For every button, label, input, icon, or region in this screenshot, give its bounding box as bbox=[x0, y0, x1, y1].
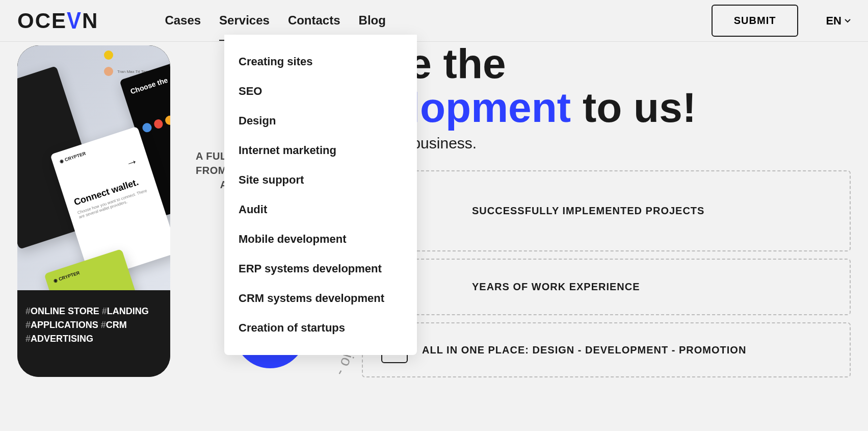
avatar-item bbox=[104, 50, 149, 60]
avatar-list: Tran Max Tri Tam bbox=[104, 50, 149, 76]
dropdown-audit[interactable]: Audit bbox=[224, 195, 417, 224]
stat-experience: YEARS OF WORK EXPERIENCE bbox=[362, 259, 851, 315]
dropdown-design[interactable]: Design bbox=[224, 106, 417, 136]
showcase-card: Tran Max Tri Tam Choose the ◉ CRYPTER → … bbox=[17, 45, 170, 377]
dropdown-erp[interactable]: ERP systems development bbox=[224, 254, 417, 284]
hero-title: ave the velopment to us! bbox=[362, 42, 851, 130]
logo-v: V bbox=[67, 7, 82, 34]
dropdown-creating-sites[interactable]: Creating sites bbox=[224, 47, 417, 77]
color-dots bbox=[141, 107, 170, 134]
stat-projects: 0+ SUCCESSFULLY IMPLEMENTED PROJECTS bbox=[362, 170, 851, 251]
chevron-down-icon bbox=[845, 19, 851, 23]
services-dropdown: Creating sites SEO Design Internet marke… bbox=[224, 35, 417, 355]
hashtags: #ONLINE STORE #LANDING #APPLICATIONS #CR… bbox=[25, 305, 162, 346]
dropdown-site-support[interactable]: Site support bbox=[224, 165, 417, 195]
crypter-label: ◉ CRYPTER bbox=[59, 151, 87, 164]
stat-label: YEARS OF WORK EXPERIENCE bbox=[472, 281, 640, 293]
dropdown-startups[interactable]: Creation of startups bbox=[224, 313, 417, 343]
color-dot bbox=[141, 122, 152, 134]
color-dot bbox=[153, 118, 164, 130]
avatar-icon bbox=[104, 67, 113, 76]
submit-button[interactable]: SUBMIT bbox=[712, 5, 799, 37]
logo-part1: OCE bbox=[17, 9, 67, 33]
hashtag-panel: #ONLINE STORE #LANDING #APPLICATIONS #CR… bbox=[17, 290, 170, 377]
dropdown-crm[interactable]: CRM systems development bbox=[224, 284, 417, 313]
crypter-label: ◉ CRYPTER bbox=[53, 270, 81, 284]
arrow-icon: → bbox=[124, 154, 140, 171]
avatar-icon bbox=[104, 50, 113, 60]
stats-section: 0+ SUCCESSFULLY IMPLEMENTED PROJECTS YEA… bbox=[362, 170, 851, 377]
dropdown-mobile-dev[interactable]: Mobile development bbox=[224, 224, 417, 254]
stat-allinone: ALL IN ONE PLACE: DESIGN - DEVELOPMENT -… bbox=[362, 322, 851, 377]
content-area: Tran Max Tri Tam Choose the ◉ CRYPTER → … bbox=[0, 42, 868, 377]
nav-cases[interactable]: Cases bbox=[165, 1, 201, 41]
header: OCEVN Cases Services Contacts Blog SUBMI… bbox=[0, 0, 868, 42]
logo[interactable]: OCEVN bbox=[17, 9, 98, 33]
stat-label: SUCCESSFULLY IMPLEMENTED PROJECTS bbox=[472, 205, 704, 217]
language-label: EN bbox=[826, 14, 841, 28]
choose-label: Choose the bbox=[129, 76, 169, 96]
dropdown-seo[interactable]: SEO bbox=[224, 77, 417, 106]
hero-subtitle: can do business. bbox=[362, 135, 851, 152]
showcase-image: Tran Max Tri Tam Choose the ◉ CRYPTER → … bbox=[17, 45, 170, 290]
logo-part3: N bbox=[82, 9, 98, 33]
language-selector[interactable]: EN bbox=[826, 14, 851, 28]
dropdown-internet-marketing[interactable]: Internet marketing bbox=[224, 136, 417, 165]
stat-label: ALL IN ONE PLACE: DESIGN - DEVELOPMENT -… bbox=[422, 344, 746, 356]
color-dot bbox=[164, 114, 170, 126]
